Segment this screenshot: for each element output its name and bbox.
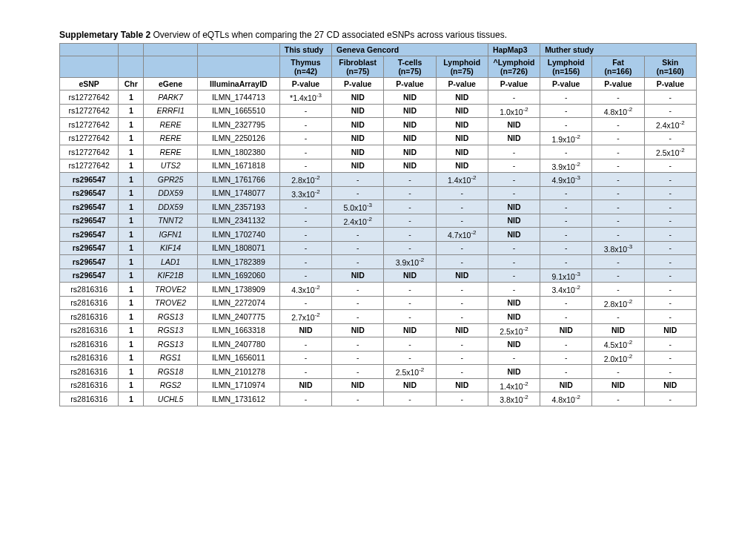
tissue-lymphoid-m: Lymphoid(n=156) [540,56,592,78]
cell-pvalue: - [644,159,696,173]
cell-ill: ILMN_1761766 [197,173,279,187]
cell-ill: ILMN_1744713 [197,90,279,105]
cell-pvalue: 4.7x10-2 [436,228,488,242]
cell-pvalue: - [592,90,644,105]
cell-pvalue: - [540,310,592,324]
cell-pvalue: - [644,337,696,352]
cell-pvalue: - [332,351,384,365]
cell-pvalue: - [540,200,592,214]
hdr-pv1: P-value [279,78,331,90]
cell-pvalue: - [436,283,488,297]
cell-chr: 1 [119,268,144,283]
table-row: rs2965471GPR25ILMN_17617662.8x10-2--1.4x… [60,173,697,187]
cell-pvalue: - [436,365,488,379]
cell-pvalue: NID [488,228,540,242]
cell-esnp: rs2816316 [60,296,119,310]
cell-pvalue: - [644,214,696,228]
cell-pvalue: - [592,159,644,173]
cell-egene: RERE [144,145,198,159]
cell-pvalue: - [436,241,488,255]
cell-pvalue: - [332,310,384,324]
cell-egene: UTS2 [144,159,198,173]
cell-esnp: rs296547 [60,200,119,214]
cell-chr: 1 [119,200,144,214]
cell-pvalue: - [384,351,436,365]
cell-pvalue: NID [488,214,540,228]
cell-pvalue: - [592,131,644,145]
table-row: rs2965471DDX59ILMN_17480773.3x10-2------… [60,186,697,200]
table-row: rs2965471LAD1ILMN_1782389--3.9x10-2----- [60,255,697,269]
cell-esnp: rs2816316 [60,351,119,365]
cell-pvalue: - [384,283,436,297]
table-row: rs28163161RGS18ILMN_2101278--2.5x10-2-NI… [60,365,697,379]
table-row: rs28163161RGS13ILMN_2407780----NID-4.5x1… [60,337,697,352]
cell-esnp: rs296547 [60,186,119,200]
cell-egene: LAD1 [144,255,198,269]
cell-pvalue: - [592,186,644,200]
cell-pvalue: - [540,104,592,118]
caption-text: Overview of eQTLs when comparing the 27 … [150,30,507,40]
cell-pvalue: NID [384,159,436,173]
cell-pvalue: - [488,268,540,283]
cell-pvalue: - [592,310,644,324]
cell-esnp: rs296547 [60,228,119,242]
cell-chr: 1 [119,296,144,310]
table-row: rs28163161RGS13ILMN_1663318NIDNIDNIDNID2… [60,323,697,337]
cell-pvalue: 1.4x10-2 [436,173,488,187]
cell-pvalue: - [540,241,592,255]
cell-pvalue: NID [332,131,384,145]
cell-pvalue: - [279,159,331,173]
cell-pvalue: - [279,104,331,118]
cell-esnp: rs12727642 [60,90,119,105]
table-row: rs28163161RGS13ILMN_24077752.7x10-2---NI… [60,310,697,324]
hdr-pv4: P-value [436,78,488,90]
cell-pvalue: NID [332,104,384,118]
cell-esnp: rs296547 [60,241,119,255]
hdr-ill: IlluminaArrayID [197,78,279,90]
cell-chr: 1 [119,173,144,187]
cell-pvalue: - [332,296,384,310]
cell-ill: ILMN_2407780 [197,337,279,352]
cell-esnp: rs12727642 [60,118,119,132]
eqtl-table: This study Geneva Gencord HapMap3 Muther… [59,43,697,406]
cell-egene: DDX59 [144,200,198,214]
cell-chr: 1 [119,392,144,406]
cell-pvalue: 3.8x10-3 [592,241,644,255]
cell-ill: ILMN_1671818 [197,159,279,173]
cell-pvalue: - [332,173,384,187]
cell-pvalue: - [644,173,696,187]
tissue-fat: Fat(n=166) [592,56,644,78]
cell-pvalue: - [644,104,696,118]
cell-pvalue: - [279,337,331,352]
cell-ill: ILMN_2341132 [197,214,279,228]
cell-pvalue: - [436,337,488,352]
cell-egene: TROVE2 [144,283,198,297]
cell-pvalue: - [592,228,644,242]
cell-egene: DDX59 [144,186,198,200]
cell-pvalue: 4.9x10-3 [540,173,592,187]
table-caption: Supplemetary Table 2 Overview of eQTLs w… [59,30,697,40]
cell-chr: 1 [119,378,144,392]
cell-pvalue: - [436,392,488,406]
cell-pvalue: - [279,268,331,283]
cell-pvalue: NID [488,365,540,379]
cell-pvalue: - [644,186,696,200]
cell-ill: ILMN_1738909 [197,283,279,297]
cell-pvalue: - [488,351,540,365]
table-row: rs28163161RGS2ILMN_1710974NIDNIDNIDNID1.… [60,378,697,392]
cell-egene: TNNT2 [144,214,198,228]
cell-pvalue: NID [332,268,384,283]
tissue-lymphoid-g: Lymphoid(n=75) [436,56,488,78]
cell-pvalue: 9.1x10-3 [540,268,592,283]
cell-pvalue: 2.5x10-2 [488,323,540,337]
table-row: rs127276421UTS2ILMN_1671818-NIDNIDNID-3.… [60,159,697,173]
cell-chr: 1 [119,90,144,105]
tissue-row: Thymus(n=42) Fibroblast(n=75) T-cells(n=… [60,56,697,78]
cell-esnp: rs296547 [60,173,119,187]
cell-egene: KIF21B [144,268,198,283]
cell-egene: IGFN1 [144,228,198,242]
cell-pvalue: - [279,200,331,214]
cell-pvalue: - [488,186,540,200]
hdr-pv3: P-value [384,78,436,90]
cell-pvalue: NID [279,323,331,337]
